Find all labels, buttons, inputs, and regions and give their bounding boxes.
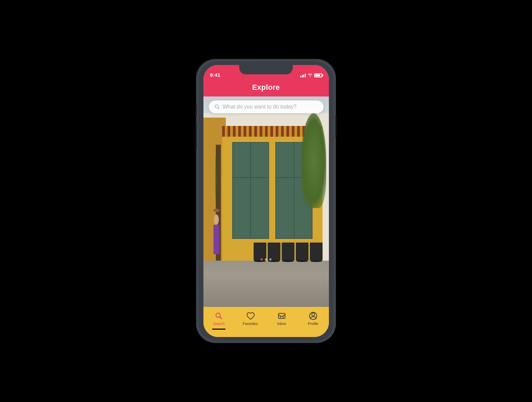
app-header: Explore (203, 80, 329, 96)
phone-screen: 9:41 (203, 65, 329, 337)
tab-search-label: Search (213, 322, 225, 326)
page-title: Explore (252, 83, 280, 91)
svg-line-1 (218, 108, 219, 109)
search-placeholder-text: What do you want to do today? (223, 104, 297, 110)
tab-profile[interactable]: Profile (297, 310, 329, 327)
tab-profile-label: Profile (308, 322, 318, 326)
svg-line-3 (220, 317, 222, 319)
main-content: What do you want to do today? (203, 96, 329, 307)
notch (239, 65, 293, 74)
tab-search[interactable]: Search (203, 310, 235, 327)
search-bar[interactable]: What do you want to do today? (209, 100, 324, 113)
battery-icon (314, 73, 322, 77)
wifi-icon (307, 73, 313, 78)
signal-bars-icon (300, 74, 306, 77)
status-icons (300, 73, 322, 78)
search-overlay: What do you want to do today? (209, 100, 324, 113)
profile-tab-icon (309, 312, 318, 320)
status-bar: 9:41 (203, 65, 329, 80)
search-magnifier-icon (214, 104, 220, 110)
phone-device: 9:41 (197, 60, 335, 342)
svg-point-7 (312, 313, 315, 316)
pagination-dots (261, 258, 272, 261)
tab-favorites[interactable]: Favorites (235, 310, 266, 327)
inbox-tab-icon (277, 312, 286, 320)
tab-inbox[interactable]: Inbox (266, 310, 297, 327)
status-time: 9:41 (210, 72, 220, 78)
tab-favorites-label: Favorites (243, 322, 258, 326)
tab-inbox-label: Inbox (277, 322, 286, 326)
hero-image (203, 96, 329, 307)
dot-1[interactable] (261, 258, 263, 261)
search-tab-icon (214, 312, 223, 320)
dot-2[interactable] (265, 258, 267, 261)
tab-bar: Search Favorites Inbox (203, 307, 329, 337)
favorites-tab-icon (246, 312, 255, 320)
dot-3[interactable] (269, 258, 272, 261)
svg-rect-4 (278, 313, 285, 318)
